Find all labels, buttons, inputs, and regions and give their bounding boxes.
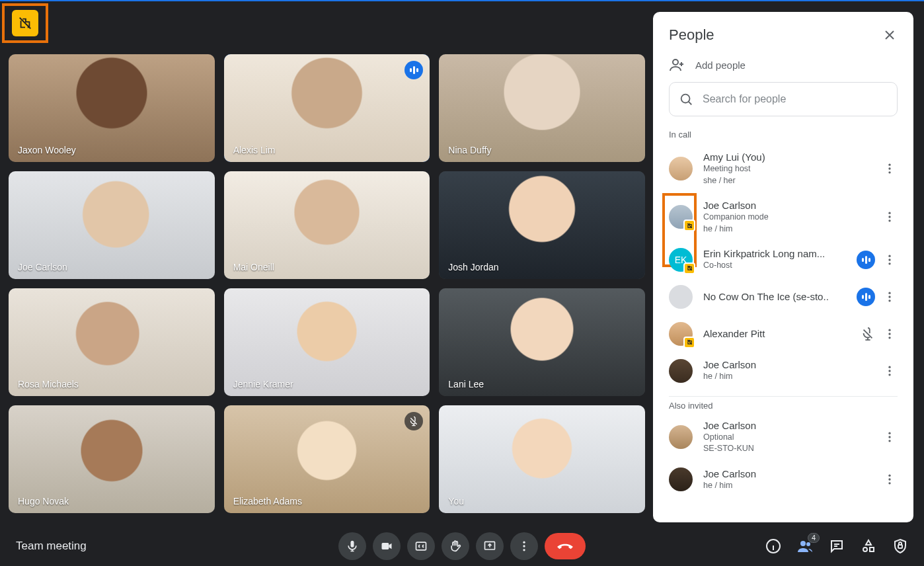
kebab-icon — [883, 364, 896, 378]
section-label-in-call: In call — [653, 126, 913, 142]
activities-button[interactable] — [861, 538, 876, 554]
domain-disabled-icon — [18, 16, 32, 30]
avatar — [669, 285, 693, 309]
person-subtitle: Co-host — [703, 260, 846, 271]
avatar: EK — [669, 248, 693, 272]
svg-point-4 — [888, 172, 890, 174]
present-icon — [483, 540, 496, 553]
svg-point-12 — [888, 296, 890, 298]
close-button[interactable] — [882, 27, 898, 43]
svg-rect-26 — [382, 543, 389, 549]
video-tile[interactable]: Hugo Novak — [9, 405, 215, 513]
more-actions-button[interactable] — [882, 289, 898, 305]
more-actions-button[interactable] — [882, 471, 898, 487]
video-tile[interactable]: Elizabeth Adams — [224, 405, 430, 513]
participant-name: Joe Carlson — [18, 262, 67, 272]
kebab-icon — [883, 430, 896, 444]
more-actions-button[interactable] — [882, 429, 898, 445]
video-tile[interactable]: Jaxon Wooley — [9, 54, 215, 162]
close-icon — [882, 27, 898, 43]
person-name: Joe Carlson — [703, 468, 871, 479]
people-count-badge: 4 — [808, 533, 820, 543]
svg-rect-37 — [898, 545, 902, 548]
person-pronouns: she / her — [703, 175, 871, 186]
person-row[interactable]: Joe Carlson Optional SE-STO-KUN — [658, 413, 908, 462]
person-row[interactable]: EK Erin Kirkpatrick Long nam... Co-host — [658, 241, 908, 278]
person-name: Joe Carlson — [703, 200, 871, 211]
video-tile[interactable]: You — [439, 405, 645, 513]
video-tile[interactable]: Alexis Lim — [224, 54, 430, 162]
svg-rect-27 — [416, 542, 426, 550]
participant-name: Rosa Michaels — [18, 379, 79, 389]
avatar — [669, 467, 693, 491]
search-people-field[interactable] — [669, 82, 898, 116]
add-people-label: Add people — [695, 60, 746, 71]
svg-point-19 — [888, 374, 890, 376]
svg-point-25 — [888, 482, 890, 484]
person-name: Erin Kirkpatrick Long nam... — [703, 248, 846, 259]
raise-hand-button[interactable] — [442, 532, 469, 560]
more-actions-button[interactable] — [882, 161, 898, 177]
person-row[interactable]: Joe Carlson he / him — [658, 352, 908, 389]
svg-point-23 — [888, 475, 890, 477]
more-actions-button[interactable] — [882, 209, 898, 225]
section-label-also-invited: Also invited — [658, 397, 908, 413]
svg-point-2 — [888, 164, 890, 166]
people-button[interactable]: 4 — [797, 538, 813, 554]
person-row[interactable]: Alexander Pitt — [658, 315, 908, 352]
chat-icon — [829, 538, 845, 554]
more-actions-button[interactable] — [882, 326, 898, 342]
video-tile[interactable]: Jennie Kramer — [224, 288, 430, 396]
companion-mode-badge[interactable] — [12, 10, 38, 36]
person-row[interactable]: No Cow On The Ice (se-sto.. — [658, 278, 908, 315]
video-tile[interactable]: Rosa Michaels — [9, 288, 215, 396]
meeting-details-button[interactable] — [765, 538, 781, 554]
add-people-button[interactable]: Add people — [653, 50, 913, 82]
captions-button[interactable] — [407, 532, 435, 560]
svg-point-21 — [888, 436, 890, 438]
svg-point-31 — [523, 549, 525, 551]
svg-point-13 — [888, 300, 890, 302]
video-tile[interactable]: Joe Carlson — [9, 171, 215, 279]
video-tile[interactable]: Josh Jordan — [439, 171, 645, 279]
video-tile[interactable]: Mai Oneill — [224, 171, 430, 279]
mic-button[interactable] — [338, 532, 366, 560]
svg-point-17 — [888, 366, 890, 368]
more-actions-button[interactable] — [882, 363, 898, 379]
video-tile[interactable]: Nina Duffy — [439, 54, 645, 162]
video-tile[interactable]: Lani Lee — [439, 288, 645, 396]
chat-button[interactable] — [829, 538, 845, 554]
camera-icon — [380, 540, 393, 553]
svg-point-6 — [888, 216, 890, 218]
right-controls: 4 — [765, 538, 908, 554]
avatar — [669, 157, 693, 181]
meeting-title: Team meeting — [16, 540, 87, 553]
search-icon — [679, 92, 693, 106]
svg-point-35 — [863, 547, 867, 551]
camera-button[interactable] — [373, 532, 401, 560]
participant-name: Lani Lee — [448, 379, 484, 389]
more-options-button[interactable] — [510, 532, 538, 560]
svg-point-15 — [888, 333, 890, 335]
svg-point-10 — [888, 263, 890, 264]
svg-point-20 — [888, 432, 890, 434]
more-actions-button[interactable] — [882, 252, 898, 268]
shapes-icon — [861, 538, 876, 554]
person-name: Amy Lui (You) — [703, 151, 871, 163]
host-controls-button[interactable] — [892, 538, 908, 554]
person-subtitle: Meeting host — [703, 163, 871, 175]
person-pronouns: he / him — [703, 223, 871, 235]
person-row[interactable]: Joe Carlson he / him — [658, 461, 908, 498]
present-button[interactable] — [476, 532, 504, 560]
call-controls — [338, 532, 586, 560]
kebab-icon — [883, 290, 896, 303]
avatar — [669, 205, 693, 229]
person-row[interactable]: Amy Lui (You) Meeting host she / her — [658, 145, 908, 193]
bottom-bar: Team meeting 4 — [0, 526, 924, 566]
leave-call-button[interactable] — [545, 533, 586, 559]
person-row[interactable]: Joe Carlson Companion mode he / him — [658, 193, 908, 241]
search-input[interactable] — [703, 93, 888, 105]
avatar — [669, 322, 693, 346]
svg-point-0 — [673, 60, 678, 65]
svg-point-7 — [888, 220, 890, 222]
